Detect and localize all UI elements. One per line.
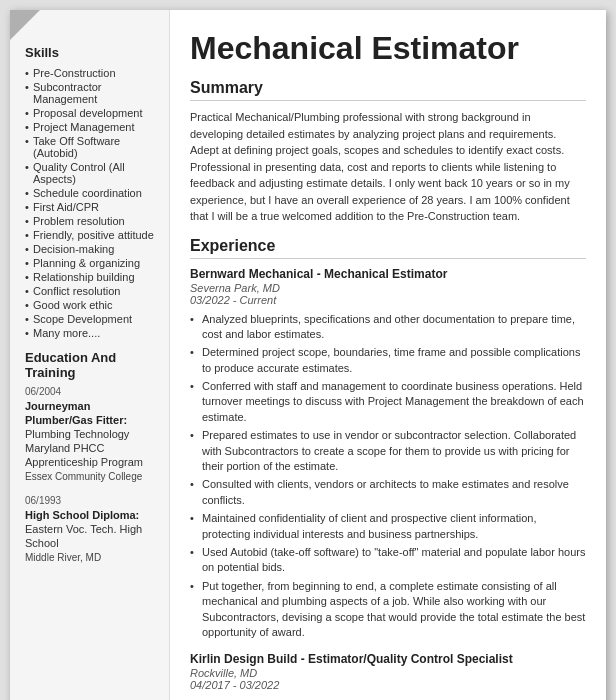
education-school-1: Plumbing Technology Maryland PHCC Appren… bbox=[25, 428, 143, 468]
skills-list: Pre-Construction Subcontractor Managemen… bbox=[25, 66, 159, 340]
list-item: Maintained confidentiality of client and… bbox=[190, 511, 586, 542]
job-title-1: Bernward Mechanical - Mechanical Estimat… bbox=[190, 267, 586, 281]
experience-section-title: Experience bbox=[190, 237, 586, 259]
skills-title: Skills bbox=[25, 45, 159, 60]
main-content: Mechanical Estimator Summary Practical M… bbox=[170, 10, 606, 700]
list-item: First Aid/CPR bbox=[25, 200, 159, 214]
job-bullets-1: Analyzed blueprints, specifications and … bbox=[190, 312, 586, 641]
education-date-2: 06/1993 bbox=[25, 495, 159, 506]
job-title-2: Kirlin Design Build - Estimator/Quality … bbox=[190, 652, 586, 666]
education-school-2: Eastern Voc. Tech. High School bbox=[25, 523, 142, 549]
list-item: Good work ethic bbox=[25, 298, 159, 312]
list-item: Proposal development bbox=[25, 106, 159, 120]
list-item: Schedule coordination bbox=[25, 186, 159, 200]
sidebar: Skills Pre-Construction Subcontractor Ma… bbox=[10, 10, 170, 700]
list-item: Conflict resolution bbox=[25, 284, 159, 298]
list-item: Prepared estimates to use in vendor or s… bbox=[190, 428, 586, 474]
list-item: Project Management bbox=[25, 120, 159, 134]
list-item: Many more.... bbox=[25, 326, 159, 340]
list-item: Determined project scope, boundaries, ti… bbox=[190, 345, 586, 376]
job-location-1: Severna Park, MD bbox=[190, 282, 586, 294]
skills-section: Skills Pre-Construction Subcontractor Ma… bbox=[25, 45, 159, 340]
list-item: Pre-Construction bbox=[25, 66, 159, 80]
resume-page: Skills Pre-Construction Subcontractor Ma… bbox=[10, 10, 606, 700]
job-dates-1: 03/2022 - Current bbox=[190, 294, 586, 306]
job-location-2: Rockville, MD bbox=[190, 667, 586, 679]
education-degree-2: High School Diploma: bbox=[25, 509, 139, 521]
summary-section-title: Summary bbox=[190, 79, 586, 101]
job-dates-2: 04/2017 - 03/2022 bbox=[190, 679, 586, 691]
job-block-2: Kirlin Design Build - Estimator/Quality … bbox=[190, 652, 586, 700]
education-extra-1: Essex Community College bbox=[25, 471, 142, 482]
list-item: Quality Control (All Aspects) bbox=[25, 160, 159, 186]
list-item: Take Off Software (Autobid) bbox=[25, 134, 159, 160]
list-item: Conferred with staff and management to c… bbox=[190, 379, 586, 425]
list-item: Friendly, positive attitude bbox=[25, 228, 159, 242]
summary-text: Practical Mechanical/Plumbing profession… bbox=[190, 109, 586, 225]
list-item: Used Autobid (take-off software) to "tak… bbox=[190, 545, 586, 576]
job-block-1: Bernward Mechanical - Mechanical Estimat… bbox=[190, 267, 586, 641]
list-item: Scope Development bbox=[25, 312, 159, 326]
resume-title: Mechanical Estimator bbox=[190, 30, 586, 67]
education-title: Education And Training bbox=[25, 350, 159, 380]
education-degree-1: Journeyman Plumber/Gas Fitter: bbox=[25, 400, 127, 426]
education-extra-2: Middle River, MD bbox=[25, 552, 101, 563]
list-item: Decision-making bbox=[25, 242, 159, 256]
list-item: Problem resolution bbox=[25, 214, 159, 228]
list-item: Analyzed blueprints, specifications and … bbox=[190, 312, 586, 343]
education-block-2: 06/1993 High School Diploma: Eastern Voc… bbox=[25, 495, 159, 564]
list-item: Consulted with clients, vendors or archi… bbox=[190, 477, 586, 508]
list-item: Relationship building bbox=[25, 270, 159, 284]
list-item: Planning & organizing bbox=[25, 256, 159, 270]
education-section: Education And Training 06/2004 Journeyma… bbox=[25, 350, 159, 564]
list-item: Put together, from beginning to end, a c… bbox=[190, 579, 586, 641]
education-date-1: 06/2004 bbox=[25, 386, 159, 397]
list-item: Subcontractor Management bbox=[25, 80, 159, 106]
education-block-1: 06/2004 Journeyman Plumber/Gas Fitter: P… bbox=[25, 386, 159, 483]
